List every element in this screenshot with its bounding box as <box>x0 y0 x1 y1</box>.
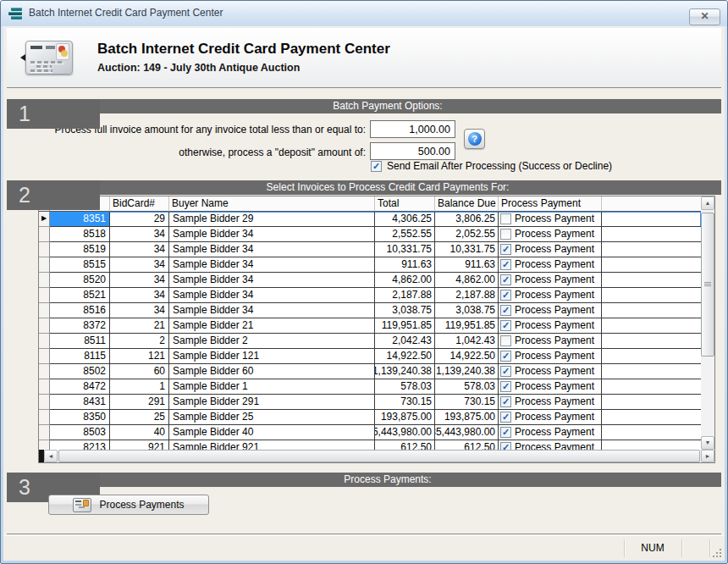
cell-balance[interactable]: 4,862.00 <box>435 273 499 288</box>
process-payment-checkbox[interactable]: ✓ <box>500 442 511 450</box>
cell-total[interactable]: 2,187.88 <box>375 288 435 303</box>
cell-buyer[interactable]: Sample Bidder 34 <box>169 303 375 318</box>
cell-total[interactable]: 730.15 <box>375 395 435 410</box>
process-payment-checkbox[interactable] <box>500 335 511 346</box>
cell-bidcard[interactable]: 34 <box>110 257 169 273</box>
cell-invoice[interactable]: 8372 <box>50 318 110 334</box>
cell-buyer[interactable]: Sample Bidder 921 <box>169 440 375 450</box>
process-payment-checkbox[interactable] <box>500 213 511 224</box>
cell-bidcard[interactable]: 921 <box>110 440 169 450</box>
cell-balance[interactable]: 10,331.75 <box>435 242 499 257</box>
process-payment-checkbox[interactable]: ✓ <box>500 259 511 270</box>
process-payment-checkbox[interactable]: ✓ <box>500 366 511 377</box>
process-payment-checkbox[interactable]: ✓ <box>500 412 511 423</box>
cell-bidcard[interactable]: 60 <box>110 364 169 379</box>
cell-total[interactable]: 1,139,240.38 <box>375 364 435 379</box>
cell-total[interactable]: 4,306.25 <box>375 212 435 227</box>
process-payment-checkbox[interactable]: ✓ <box>500 351 511 362</box>
cell-total[interactable]: 4,862.00 <box>375 273 435 288</box>
cell-invoice[interactable]: 8503 <box>50 425 110 440</box>
full-amount-input[interactable] <box>370 120 455 138</box>
row-selector[interactable] <box>39 242 50 257</box>
row-selector[interactable] <box>39 273 50 288</box>
cell-buyer[interactable]: Sample Bidder 291 <box>169 395 375 410</box>
cell-buyer[interactable]: Sample Bidder 40 <box>169 425 375 440</box>
cell-total[interactable]: 578.03 <box>375 379 435 395</box>
cell-buyer[interactable]: Sample Bidder 34 <box>169 273 375 288</box>
table-row[interactable]: 8115121Sample Bidder 12114,922.5014,922.… <box>39 349 701 364</box>
cell-balance[interactable]: 85,443,980.00 <box>435 425 499 440</box>
column-header-total[interactable]: Total <box>375 196 435 212</box>
cell-bidcard[interactable]: 29 <box>110 212 169 227</box>
table-row[interactable]: 850260Sample Bidder 601,139,240.381,139,… <box>39 364 701 379</box>
cell-buyer[interactable]: Sample Bidder 21 <box>169 318 375 334</box>
table-row[interactable]: 84721Sample Bidder 1578.03578.03✓Process… <box>39 379 701 395</box>
cell-total[interactable]: 85,443,980.00 <box>375 425 435 440</box>
cell-balance[interactable]: 612.50 <box>435 440 499 450</box>
cell-balance[interactable]: 730.15 <box>435 395 499 410</box>
process-payment-checkbox[interactable] <box>500 229 511 240</box>
cell-balance[interactable]: 119,951.85 <box>435 318 499 334</box>
vertical-scrollbar[interactable]: ▲ ▼ <box>701 196 714 450</box>
column-header-process[interactable]: Process Payment <box>499 196 602 212</box>
resize-grip[interactable] <box>720 556 721 557</box>
cell-invoice[interactable]: 8213 <box>50 440 110 450</box>
table-row[interactable]: 85112Sample Bidder 22,042.431,042.43Proc… <box>39 334 701 349</box>
close-button[interactable]: ✕ <box>689 8 720 25</box>
row-selector[interactable] <box>39 379 50 395</box>
table-row[interactable]: 8213921Sample Bidder 921612.50612.50✓Pro… <box>39 440 701 450</box>
cell-bidcard[interactable]: 40 <box>110 425 169 440</box>
scroll-down-button[interactable]: ▼ <box>701 436 714 450</box>
cell-buyer[interactable]: Sample Bidder 34 <box>169 227 375 242</box>
cell-total[interactable]: 2,042.43 <box>375 334 435 349</box>
cell-bidcard[interactable]: 291 <box>110 395 169 410</box>
cell-total[interactable]: 911.63 <box>375 257 435 273</box>
table-row[interactable]: 851834Sample Bidder 342,552.552,052.55Pr… <box>39 227 701 242</box>
cell-balance[interactable]: 193,875.00 <box>435 410 499 425</box>
cell-total[interactable]: 3,038.75 <box>375 303 435 318</box>
cell-bidcard[interactable]: 2 <box>110 334 169 349</box>
table-row[interactable]: 851534Sample Bidder 34911.63911.63✓Proce… <box>39 257 701 273</box>
cell-invoice[interactable]: 8511 <box>50 334 110 349</box>
cell-bidcard[interactable]: 34 <box>110 303 169 318</box>
horizontal-scroll-thumb[interactable] <box>58 450 700 462</box>
cell-invoice[interactable]: 8516 <box>50 303 110 318</box>
help-button[interactable]: ? <box>464 129 485 149</box>
column-header-balance[interactable]: Balance Due <box>435 196 499 212</box>
cell-total[interactable]: 612.50 <box>375 440 435 450</box>
table-row[interactable]: 852134Sample Bidder 342,187.882,187.88✓P… <box>39 288 701 303</box>
cell-total[interactable]: 2,552.55 <box>375 227 435 242</box>
table-row[interactable]: 851634Sample Bidder 343,038.753,038.75✓P… <box>39 303 701 318</box>
column-header-buyer[interactable]: Buyer Name <box>169 196 375 212</box>
table-row[interactable]: 852034Sample Bidder 344,862.004,862.00✓P… <box>39 273 701 288</box>
row-selector[interactable] <box>39 364 50 379</box>
table-row[interactable]: ▶835129Sample Bidder 294,306.253,806.25P… <box>39 212 701 227</box>
table-row[interactable]: 850340Sample Bidder 4085,443,980.0085,44… <box>39 425 701 440</box>
column-header-bidcard[interactable]: BidCard# <box>110 196 169 212</box>
process-payment-checkbox[interactable]: ✓ <box>500 320 511 331</box>
table-row[interactable]: 851934Sample Bidder 3410,331.7510,331.75… <box>39 242 701 257</box>
cell-buyer[interactable]: Sample Bidder 34 <box>169 257 375 273</box>
vertical-scroll-thumb[interactable] <box>701 213 714 357</box>
table-row[interactable]: 8431291Sample Bidder 291730.15730.15✓Pro… <box>39 395 701 410</box>
cell-invoice[interactable]: 8515 <box>50 257 110 273</box>
process-payments-button[interactable]: Process Payments <box>48 495 209 515</box>
process-payment-checkbox[interactable]: ✓ <box>500 290 511 301</box>
cell-total[interactable]: 10,331.75 <box>375 242 435 257</box>
row-selector[interactable] <box>39 257 50 273</box>
cell-invoice[interactable]: 8350 <box>50 410 110 425</box>
cell-balance[interactable]: 578.03 <box>435 379 499 395</box>
row-selector[interactable] <box>39 440 50 450</box>
cell-balance[interactable]: 2,187.88 <box>435 288 499 303</box>
cell-invoice[interactable]: 8502 <box>50 364 110 379</box>
scroll-left-button[interactable]: ◄ <box>44 450 58 462</box>
row-selector[interactable] <box>39 425 50 440</box>
cell-buyer[interactable]: Sample Bidder 60 <box>169 364 375 379</box>
cell-buyer[interactable]: Sample Bidder 25 <box>169 410 375 425</box>
process-payment-checkbox[interactable]: ✓ <box>500 427 511 438</box>
cell-bidcard[interactable]: 21 <box>110 318 169 334</box>
cell-invoice[interactable]: 8472 <box>50 379 110 395</box>
process-payment-checkbox[interactable]: ✓ <box>500 274 511 285</box>
cell-total[interactable]: 193,875.00 <box>375 410 435 425</box>
cell-balance[interactable]: 14,922.50 <box>435 349 499 364</box>
